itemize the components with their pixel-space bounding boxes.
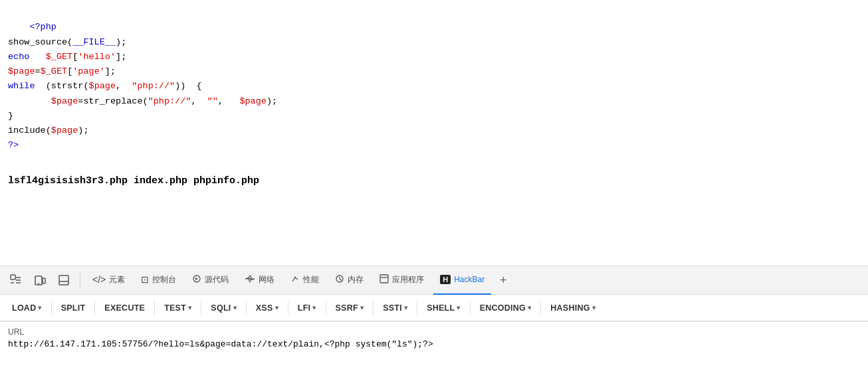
split-button[interactable]: SPLIT — [54, 300, 92, 316]
encoding-arrow: ▾ — [528, 304, 531, 311]
tab-performance[interactable]: 性能 — [284, 266, 326, 295]
toggle-drawer-btn[interactable] — [53, 270, 74, 291]
devtools-bar: </> 元素 ⊡ 控制台 源代码 网络 — [0, 266, 868, 295]
tab-performance-label: 性能 — [303, 274, 319, 285]
code-line-1: <?php — [29, 22, 56, 32]
code-display-area: <?php show_source(__FILE__); echo $_GET[… — [0, 0, 868, 266]
code-line-2: show_source(__FILE__); — [8, 37, 126, 47]
hb-divider-10 — [470, 301, 471, 315]
sources-icon — [192, 274, 201, 285]
svg-rect-2 — [43, 278, 45, 283]
execute-button[interactable]: EXECUTE — [98, 300, 152, 316]
code-line-6: $page=str_replace("php://", "", $page); — [8, 96, 277, 106]
ssti-arrow: ▾ — [404, 304, 407, 311]
sqli-arrow: ▾ — [233, 304, 237, 311]
tab-elements[interactable]: </> 元素 — [86, 266, 132, 295]
url-area: URL — [0, 321, 868, 356]
application-icon — [380, 274, 389, 285]
console-icon: ⊡ — [141, 274, 149, 285]
ssrf-button[interactable]: SSRF ▾ — [329, 300, 371, 316]
code-block: <?php show_source(__FILE__); echo $_GET[… — [8, 5, 860, 168]
code-line-5: while (strstr($page, "php://")) { — [8, 81, 202, 91]
hackbar-toolbar: LOAD ▾ SPLIT EXECUTE TEST ▾ SQLI ▾ XSS ▾… — [0, 295, 868, 321]
tab-console[interactable]: ⊡ 控制台 — [134, 266, 183, 295]
code-line-3: echo $_GET['hello']; — [8, 52, 126, 62]
code-line-7: } — [8, 111, 13, 121]
svg-point-3 — [38, 283, 39, 284]
hashing-button[interactable]: HASHING ▾ — [544, 300, 602, 316]
network-icon — [245, 274, 255, 285]
tab-console-label: 控制台 — [152, 274, 176, 285]
hb-divider-2 — [94, 301, 95, 315]
lfi-button[interactable]: LFI ▾ — [291, 300, 323, 316]
load-button[interactable]: LOAD ▾ — [5, 300, 49, 316]
tab-application[interactable]: 应用程序 — [373, 266, 431, 295]
svg-point-8 — [294, 276, 296, 277]
inspect-icon-btn[interactable] — [5, 270, 27, 291]
hashing-arrow: ▾ — [592, 304, 596, 311]
add-tab-icon: + — [500, 274, 507, 287]
divider-1 — [80, 272, 80, 288]
lfi-arrow: ▾ — [312, 304, 316, 311]
tab-memory-label: 内存 — [348, 274, 364, 285]
tab-hackbar-label: HackBar — [454, 275, 485, 284]
tab-network-label: 网络 — [259, 274, 274, 285]
shell-arrow: ▾ — [457, 304, 460, 311]
code-line-4: $page=$_GET['page']; — [8, 66, 116, 76]
encoding-button[interactable]: ENCODING ▾ — [473, 300, 538, 316]
load-arrow: ▾ — [38, 304, 41, 311]
hb-divider-3 — [154, 301, 155, 315]
url-label: URL — [8, 327, 860, 337]
memory-icon — [335, 274, 344, 285]
hb-divider-8 — [373, 301, 374, 315]
tab-memory[interactable]: 内存 — [328, 266, 370, 295]
code-line-8: include($page); — [8, 125, 89, 135]
hackbar-badge: H — [440, 275, 451, 284]
hb-divider-9 — [417, 301, 417, 315]
svg-rect-0 — [11, 275, 15, 279]
file-list: lsfl4gisisish3r3.php index.php phpinfo.p… — [8, 173, 860, 189]
tab-hackbar[interactable]: H HackBar — [433, 266, 491, 295]
hb-divider-6 — [288, 301, 288, 315]
url-input[interactable] — [8, 338, 860, 351]
elements-icon: </> — [92, 274, 106, 285]
shell-button[interactable]: SHELL ▾ — [420, 300, 467, 316]
xss-arrow: ▾ — [275, 304, 278, 311]
ssrf-arrow: ▾ — [360, 304, 364, 311]
tab-elements-label: 元素 — [109, 274, 125, 285]
xss-button[interactable]: XSS ▾ — [249, 300, 285, 316]
tab-application-label: 应用程序 — [392, 274, 424, 285]
hb-divider-4 — [201, 301, 201, 315]
add-tab-button[interactable]: + — [494, 271, 512, 289]
hb-divider-1 — [51, 301, 52, 315]
performance-icon — [290, 274, 300, 285]
hb-divider-7 — [326, 301, 326, 315]
ssti-button[interactable]: SSTI ▾ — [376, 300, 414, 316]
test-button[interactable]: TEST ▾ — [158, 300, 198, 316]
device-icon-btn[interactable] — [29, 270, 51, 291]
tab-network[interactable]: 网络 — [238, 266, 281, 295]
tab-sources[interactable]: 源代码 — [185, 266, 235, 295]
svg-rect-4 — [59, 275, 68, 285]
tab-sources-label: 源代码 — [205, 274, 229, 285]
svg-rect-10 — [380, 275, 388, 283]
hb-divider-11 — [540, 301, 541, 315]
sqli-button[interactable]: SQLI ▾ — [204, 300, 243, 316]
test-arrow: ▾ — [188, 304, 191, 311]
hb-divider-5 — [246, 301, 247, 315]
code-line-9: ?> — [8, 140, 19, 150]
